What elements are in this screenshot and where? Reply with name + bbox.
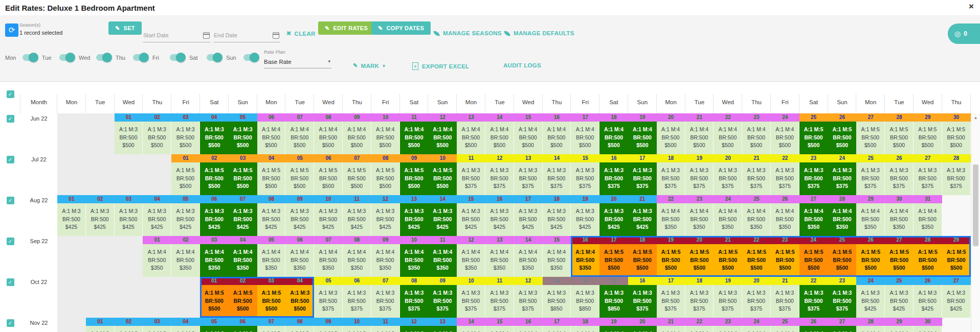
day-cell[interactable]: 19A:1 M:3BR:500$375 [714, 277, 742, 318]
day-cell[interactable]: 30A:1 M:4BR:500$350 [885, 195, 914, 236]
day-cell[interactable]: 02A:1 M:3BR:500$500 [143, 113, 171, 154]
day-cell[interactable]: 21A:1 M:5BR:500$500 [714, 236, 742, 277]
day-toggle-thu[interactable] [133, 54, 147, 61]
day-cell[interactable]: 20A:1 M:3BR:500$425 [599, 195, 628, 236]
day-cell[interactable]: 31A:1 M:4BR:500$350 [914, 195, 942, 236]
day-cell[interactable]: 12A:1 M:3 [400, 318, 429, 332]
day-cell[interactable]: 12A:1 M:4BR:500$500 [428, 113, 457, 154]
day-cell[interactable]: 07A:1 M:5BR:500$500 [343, 154, 371, 195]
day-cell[interactable]: 18A:1 M:3BR:500$375 [657, 154, 685, 195]
manage-defaults-button[interactable]: MANAGE DEFAULTS [504, 30, 574, 36]
day-cell[interactable]: 23A:1 M:4BR:500$350 [685, 195, 714, 236]
day-cell[interactable]: 03A:1 M:3BR:500$425 [115, 195, 143, 236]
day-cell[interactable]: 03A:1 M:5BR:500$500 [229, 154, 257, 195]
day-cell[interactable]: 21A:1 M:4 [657, 318, 685, 332]
day-cell[interactable]: 25A:1 M:5BR:500$500 [799, 113, 828, 154]
day-cell[interactable]: 06A:1 M:3 [229, 318, 257, 332]
day-cell[interactable]: 29A:1 M:4BR:500$350 [856, 195, 885, 236]
day-cell[interactable]: 29A:1 M:5BR:500$500 [942, 236, 971, 277]
export-excel-button[interactable]: x EXPORT EXCEL [412, 62, 469, 70]
day-cell[interactable]: 15A:1 M:4 [485, 318, 514, 332]
day-cell[interactable]: 26A:1 M:5BR:500$500 [856, 236, 885, 277]
end-date-input[interactable]: End Date [214, 25, 280, 42]
day-cell[interactable]: 18A:1 M:3BR:500$375 [685, 277, 714, 318]
day-cell[interactable]: 02A:1 M:4BR:500$350 [171, 236, 200, 277]
day-cell[interactable]: 24A:1 M:4 [742, 318, 771, 332]
day-cell[interactable]: 17A:1 M:3BR:500$375 [628, 154, 657, 195]
day-cell[interactable]: 27A:1 M:4BR:500$350 [799, 195, 828, 236]
day-cell[interactable]: 12A:1 M:3BR:500$425 [371, 195, 400, 236]
day-cell[interactable]: 10A:1 M:3 [343, 318, 371, 332]
day-cell[interactable]: 11A:1 M:3 [371, 318, 400, 332]
day-cell[interactable]: 11A:1 M:3BR:500$375 [457, 154, 485, 195]
day-cell[interactable]: 13A:1 M:3 [428, 318, 457, 332]
day-cell[interactable]: 05A:1 M:5BR:500$500 [285, 154, 314, 195]
day-cell[interactable]: 14A:1 M:3BR:500$375 [543, 154, 571, 195]
day-cell[interactable]: 14A:1 M:4BR:500$500 [485, 113, 514, 154]
day-cell[interactable]: 26A:1 M:3BR:500$425 [914, 277, 942, 318]
day-cell[interactable]: 06A:1 M:3BR:500$425 [200, 195, 229, 236]
day-cell[interactable]: 03A:1 M:3BR:500$500 [171, 113, 200, 154]
vertical-scrollbar[interactable]: ▲ [971, 113, 980, 332]
day-cell[interactable]: 19A:1 M:5BR:500$500 [657, 236, 685, 277]
day-cell[interactable]: 22A:1 M:3BR:500$375 [771, 154, 799, 195]
day-cell[interactable]: 26A:1 M:5BR:500$500 [828, 113, 857, 154]
day-cell[interactable]: 13A:1 M:4BR:500$500 [457, 113, 485, 154]
day-cell[interactable]: 23A:1 M:3BR:500$375 [799, 154, 828, 195]
day-cell[interactable]: 11A:1 M:4BR:500$500 [400, 113, 429, 154]
day-cell[interactable]: 28A:1 M:5BR:500$500 [914, 236, 942, 277]
day-cell[interactable]: 17A:1 M:4 [543, 318, 571, 332]
day-cell[interactable]: 30A:1 M:4 [914, 318, 942, 332]
day-cell[interactable]: 25A:1 M:5BR:500$500 [828, 236, 857, 277]
day-cell[interactable]: 20A:1 M:4BR:500$500 [657, 113, 685, 154]
day-cell[interactable]: 06A:1 M:5BR:500$500 [314, 154, 343, 195]
day-cell[interactable]: 10A:1 M:4BR:500$500 [371, 113, 400, 154]
day-cell[interactable]: 08A:1 M:5BR:500$500 [371, 154, 400, 195]
calendar-icon[interactable] [203, 32, 210, 39]
day-cell[interactable]: 13A:1 M:3BR:500$850 [543, 277, 571, 318]
day-cell[interactable]: 15A:1 M:4BR:500$500 [514, 113, 543, 154]
day-cell[interactable]: 08A:1 M:3BR:500$375 [400, 277, 429, 318]
day-cell[interactable]: 01A:1 M:3BR:500$500 [115, 113, 143, 154]
day-cell[interactable]: 18A:1 M:4 [571, 318, 599, 332]
day-cell[interactable]: 10A:1 M:5BR:500$500 [428, 154, 457, 195]
day-cell[interactable]: 10A:1 M:4BR:500$350 [400, 236, 429, 277]
day-cell[interactable]: 19A:1 M:4BR:500$500 [628, 113, 657, 154]
day-toggle-sat[interactable] [207, 54, 221, 61]
day-cell[interactable]: 04A:1 M:3 [171, 318, 200, 332]
day-cell[interactable]: 14A:1 M:4 [457, 318, 485, 332]
day-cell[interactable]: 15A:1 M:3BR:500$425 [457, 195, 485, 236]
day-cell[interactable]: 09A:1 M:4BR:500$500 [343, 113, 371, 154]
day-cell[interactable]: 27A:1 M:4 [828, 318, 857, 332]
day-cell[interactable]: 04A:1 M:3BR:500$500 [200, 113, 229, 154]
day-cell[interactable]: 27A:1 M:5BR:500$500 [885, 236, 914, 277]
day-cell[interactable]: 02A:1 M:5BR:500$500 [229, 277, 257, 318]
day-cell[interactable]: 16A:1 M:3BR:500$375 [599, 154, 628, 195]
day-cell[interactable]: 28A:1 M:3BR:500$375 [942, 154, 971, 195]
day-cell[interactable]: 20A:1 M:3BR:500$375 [714, 154, 742, 195]
day-cell[interactable]: 22A:1 M:4BR:500$500 [714, 113, 742, 154]
day-cell[interactable]: 09A:1 M:3BR:500$425 [285, 195, 314, 236]
day-cell[interactable]: 29A:1 M:5BR:500$500 [914, 113, 942, 154]
day-cell[interactable]: 03A:1 M:5BR:500$500 [257, 277, 286, 318]
day-cell[interactable]: 18A:1 M:3BR:500$425 [543, 195, 571, 236]
day-cell[interactable]: 12A:1 M:3BR:500$375 [485, 154, 514, 195]
day-cell[interactable]: 02A:1 M:3 [115, 318, 143, 332]
day-cell[interactable]: 08A:1 M:4BR:500$500 [314, 113, 343, 154]
day-cell[interactable]: 10A:1 M:3BR:500$375 [457, 277, 485, 318]
day-cell[interactable]: 30A:1 M:5BR:500$500 [942, 113, 971, 154]
day-cell[interactable]: 10A:1 M:3BR:500$425 [314, 195, 343, 236]
day-cell[interactable]: 01A:1 M:3BR:500$425 [57, 195, 86, 236]
day-cell[interactable]: 25A:1 M:3BR:500$375 [856, 154, 885, 195]
copy-dates-button[interactable]: ✎ COPY DATES [371, 21, 431, 35]
day-toggle-tue[interactable] [59, 54, 74, 61]
day-cell[interactable]: 08A:1 M:3 [285, 318, 314, 332]
close-icon[interactable]: × [969, 2, 974, 12]
day-cell[interactable]: 16A:1 M:4BR:500$350 [571, 236, 599, 277]
day-cell[interactable]: 25A:1 M:4BR:500$350 [742, 195, 771, 236]
day-cell[interactable]: 08A:1 M:4BR:500$350 [343, 236, 371, 277]
day-cell[interactable]: 27A:1 M:5BR:500$500 [856, 113, 885, 154]
day-cell[interactable]: 25A:1 M:4 [771, 318, 799, 332]
day-cell[interactable]: 04A:1 M:3BR:500$425 [143, 195, 171, 236]
scrollbar-thumb[interactable] [973, 164, 978, 246]
